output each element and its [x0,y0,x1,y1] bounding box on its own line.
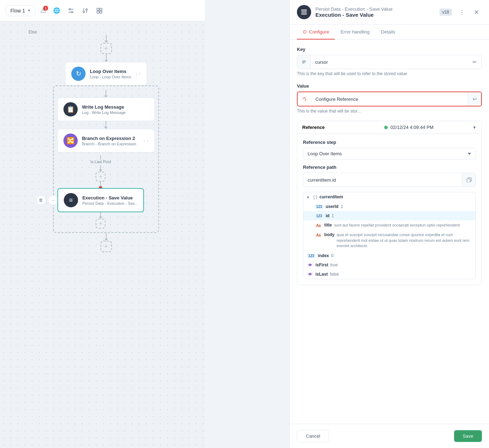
key-prefix-icon [297,55,311,69]
tree-item-body[interactable]: Aa body quia et suscipit suscipit recusa… [303,230,475,251]
more-actions-button[interactable]: ··· [48,195,58,205]
ref-step-label: Reference step [303,140,476,145]
tab-details[interactable]: Details [375,25,401,40]
value-field-section: Value Configure Reference ↩ This is the … [297,83,482,114]
tree-key-id: id [326,213,330,218]
reference-dropdown: Reference 02/12/24 4:09:44 PM ▼ Referenc… [297,121,482,285]
sliders-h-icon[interactable] [65,5,77,16]
chevron-down-icon: ▼ [27,9,31,12]
panel-main-title: Persist Data - Execution - Save Value [315,6,435,12]
svg-rect-12 [301,10,307,11]
globe-icon[interactable]: 🌐 [51,5,62,16]
ref-status-dot [384,126,388,129]
tree-value-title: sunt aut facere repellat provident occae… [334,223,460,228]
tree-key-index: index [318,253,329,258]
tree-key-title: title [324,223,332,228]
svg-point-1 [69,9,71,10]
panel-header: Persist Data - Execution - Save Value Ex… [290,0,489,25]
alert-badge[interactable]: ⚠ 1 [38,6,48,16]
key-field-section: Key ✏ This is the key that will be used … [297,47,482,76]
is-last-post-label: Is Last Post [91,160,111,164]
execution-icon: ≡ [64,193,78,207]
tab-error-handling[interactable]: Error handling [335,25,375,40]
tree-item-id[interactable]: 123 id 1 [303,211,475,220]
panel-footer: Cancel Save [290,424,489,448]
branch-icon: 🔀 [63,134,78,148]
svg-rect-14 [301,14,307,15]
reference-body: Reference step Loop Over Items Reference… [297,134,482,285]
svg-point-7 [86,9,87,10]
ref-path-input[interactable] [303,174,462,186]
reference-header[interactable]: Reference 02/12/24 4:09:44 PM ▼ [297,121,482,134]
else-label: Else [29,30,37,35]
flow-name: Flow 1 [10,8,25,14]
write-log-node[interactable]: 📋 Write Log Message Log - Write Log Mess… [57,98,155,121]
value-display[interactable]: Configure Reference [311,94,468,105]
svg-rect-9 [100,8,102,10]
grid-icon[interactable] [94,5,105,16]
type-badge-title: Aa [315,223,322,228]
value-label: Value [297,83,482,89]
tree-item-userid[interactable]: 123 userId 1 [303,202,475,211]
value-prefix-icon [298,92,311,106]
add-node-bottom[interactable]: + [101,241,112,252]
tree-item-islast[interactable]: 👁 isLast false [303,270,475,279]
tree-value-isfirst: true [330,262,338,267]
tree-expand-icon: ▾ [307,195,313,200]
cancel-button[interactable]: Cancel [297,430,329,442]
branch-expression-node[interactable]: 🔀 Branch on Expression 2 Branch - Branch… [57,129,155,152]
value-undo-icon[interactable]: ↩ [468,92,481,106]
tree-item-isfirst[interactable]: 👁 isFirst true [303,260,475,270]
value-hint: This is the value that will be stor... [297,109,482,114]
key-input[interactable] [311,57,468,68]
panel-tabs: ⊙ Configure Error handling Details [290,25,489,40]
panel-node-icon [297,5,311,19]
tree-value-userid: 1 [341,204,343,209]
save-button[interactable]: Save [454,430,482,442]
tree-item-title[interactable]: Aa title sunt aut facere repellat provid… [303,220,475,230]
tree-value-index: 0 [331,253,334,258]
execution-save-value-node[interactable]: ≡ Execution - Save Value Persist Data - … [57,188,144,212]
alert-count: 1 [43,6,48,11]
flow-selector[interactable]: Flow 1 ▼ [6,5,35,16]
loop-icon: ↻ [71,67,86,81]
tree-value-islast: false [330,272,339,277]
tab-configure[interactable]: ⊙ Configure [297,25,335,40]
tree-key-islast: isLast [315,272,328,277]
tree-root-key: currentItem [319,194,343,199]
close-panel-button[interactable]: ✕ [470,6,482,18]
tree-key-isfirst: isFirst [315,262,328,267]
panel-body: Key ✏ This is the key that will be used … [290,40,489,424]
write-log-icon: 📋 [63,102,78,116]
ref-path-group [303,173,476,187]
type-badge-isfirst: 👁 [307,263,313,267]
add-node-button-top[interactable]: + [101,43,112,54]
key-edit-icon[interactable]: ✏ [468,59,482,65]
loop-over-items-node[interactable]: ↻ Loop Over Items Loop - Loop Over Items… [65,62,147,85]
sliders-v-icon[interactable] [79,5,91,16]
type-badge-islast: 👁 [307,272,313,277]
key-label: Key [297,47,482,52]
svg-rect-11 [100,11,102,13]
ref-step-select[interactable]: Loop Over Items [303,148,476,160]
tree-key-userid: userId [326,204,339,209]
reference-title: Reference [302,125,384,130]
key-input-group: ✏ [297,55,482,69]
add-node-is-last[interactable]: + [96,172,105,182]
tree-item-index[interactable]: 123 index 0 [303,251,475,260]
panel-sub-title: Execution - Save Value [315,12,435,18]
tree-value-body: quia et suscipit suscipit recusandae con… [336,232,472,249]
toolbar: Flow 1 ▼ ⚠ 1 🌐 [0,0,205,21]
flow-canvas: Flow 1 ▼ ⚠ 1 🌐 [0,0,205,448]
svg-point-5 [83,11,84,12]
delete-node-button[interactable]: 🗑 [36,195,46,205]
ref-step-field: Reference step Loop Over Items [303,140,476,160]
ref-date: 02/12/24 4:09:44 PM [391,125,473,130]
key-hint: This is the key that will be used to ref… [297,71,482,76]
add-node-after-execution[interactable]: + [96,219,105,229]
type-badge-index: 123 [307,254,316,258]
tree-item-root[interactable]: ▾ { } currentItem [303,192,475,202]
copy-path-button[interactable] [462,173,475,187]
more-options-button[interactable]: ⋮ [456,6,468,18]
svg-rect-10 [97,11,99,13]
